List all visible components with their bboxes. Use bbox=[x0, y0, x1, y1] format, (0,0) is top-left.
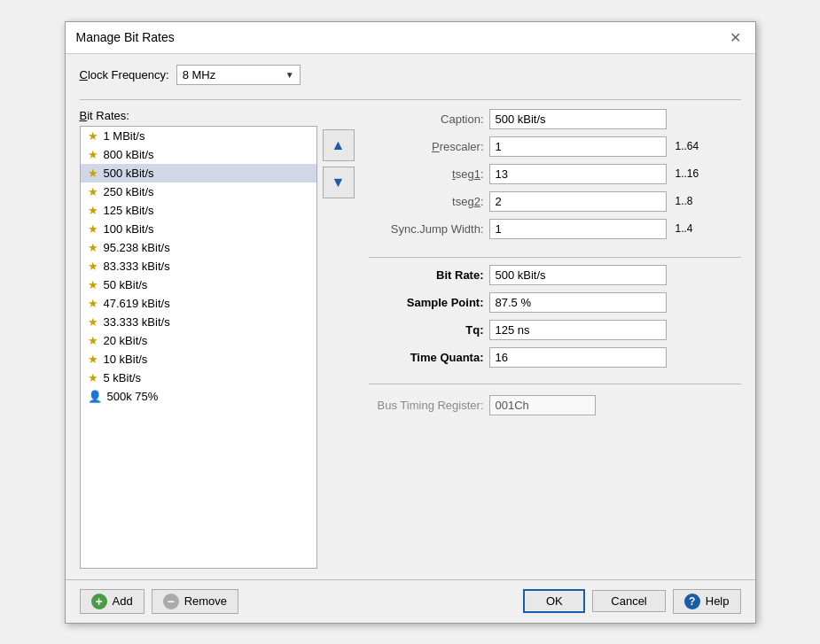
tq-result-label: Tq: bbox=[369, 323, 484, 337]
chevron-down-icon: ▼ bbox=[285, 70, 294, 80]
list-item[interactable]: ★47.619 kBit/s bbox=[81, 294, 316, 313]
clock-frequency-dropdown[interactable]: 8 MHz ▼ bbox=[176, 65, 301, 85]
prescaler-label: Prescaler: bbox=[369, 140, 484, 153]
close-button[interactable]: ✕ bbox=[726, 29, 745, 46]
list-item[interactable]: ★10 kBit/s bbox=[81, 350, 316, 369]
bottom-buttons: + Add − Remove OK Cancel ? Help bbox=[66, 579, 755, 623]
star-icon: ★ bbox=[88, 315, 98, 329]
help-button[interactable]: ? Help bbox=[673, 589, 741, 614]
tseg1-input[interactable] bbox=[489, 164, 667, 184]
sync-jump-range: 1..4 bbox=[676, 222, 693, 235]
caption-input[interactable] bbox=[489, 109, 667, 129]
list-item[interactable]: ★5 kBit/s bbox=[81, 369, 316, 387]
list-item[interactable]: ★83.333 kBit/s bbox=[81, 257, 316, 275]
prescaler-input[interactable] bbox=[489, 136, 667, 157]
list-and-arrows: ★1 MBit/s★800 kBit/s★500 kBit/s★250 kBit… bbox=[80, 126, 355, 569]
tq-result-input bbox=[489, 320, 667, 340]
star-icon: ★ bbox=[88, 222, 98, 236]
list-item-label: 800 kBit/s bbox=[104, 148, 154, 161]
btr-label: Bus Timing Register: bbox=[369, 399, 484, 412]
star-icon: ★ bbox=[88, 148, 98, 161]
list-item-label: 100 kBit/s bbox=[104, 222, 154, 236]
bit-rate-result-label: Bit Rate: bbox=[369, 268, 484, 282]
star-icon: ★ bbox=[88, 297, 98, 310]
list-item-label: 20 kBit/s bbox=[104, 334, 148, 347]
caption-label: Caption: bbox=[369, 113, 484, 126]
bit-rate-result-row: Bit Rate: bbox=[369, 265, 741, 285]
sample-point-result-input bbox=[489, 292, 667, 313]
add-icon: + bbox=[91, 594, 107, 609]
star-icon: ★ bbox=[88, 371, 98, 384]
star-icon: ★ bbox=[88, 353, 98, 366]
list-item[interactable]: ★100 kBit/s bbox=[81, 220, 316, 238]
right-panel: Caption: Prescaler: 1..64 tseg1: 1..16 bbox=[369, 109, 741, 569]
move-up-button[interactable]: ▲ bbox=[323, 129, 355, 161]
prescaler-row: Prescaler: 1..64 bbox=[369, 136, 741, 157]
prescaler-range: 1..64 bbox=[676, 140, 699, 152]
list-item[interactable]: ★125 kBit/s bbox=[81, 201, 316, 220]
list-item[interactable]: ★20 kBit/s bbox=[81, 331, 316, 350]
list-item[interactable]: ★500 kBit/s bbox=[81, 164, 316, 182]
ok-button[interactable]: OK bbox=[523, 589, 585, 613]
tseg1-range: 1..16 bbox=[676, 167, 699, 180]
list-item[interactable]: ★800 kBit/s bbox=[81, 145, 316, 164]
list-item-label: 50 kBit/s bbox=[104, 278, 148, 291]
right-action-buttons: OK Cancel ? Help bbox=[523, 589, 740, 614]
caption-row: Caption: bbox=[369, 109, 741, 129]
list-item-label: 250 kBit/s bbox=[104, 185, 154, 198]
sync-jump-label: Sync.Jump Width: bbox=[369, 222, 484, 236]
tseg1-row: tseg1: 1..16 bbox=[369, 164, 741, 184]
list-item-label: 95.238 kBit/s bbox=[104, 241, 170, 254]
lower-separator bbox=[369, 384, 741, 384]
clock-frequency-label: Clock Frequency: bbox=[80, 68, 169, 81]
help-icon: ? bbox=[684, 594, 700, 609]
list-item-label: 500 kBit/s bbox=[104, 167, 154, 180]
main-content: Bit Rates: ★1 MBit/s★800 kBit/s★500 kBit… bbox=[80, 109, 741, 569]
tseg2-input[interactable] bbox=[489, 191, 667, 212]
star-icon: ★ bbox=[88, 129, 98, 143]
tseg1-label: tseg1: bbox=[369, 167, 484, 181]
list-item-label: 500k 75% bbox=[107, 390, 159, 403]
add-button[interactable]: + Add bbox=[80, 589, 144, 614]
results-section: Bit Rate: Sample Point: Tq: Time Quanta: bbox=[369, 265, 741, 376]
bit-rates-label: Bit Rates: bbox=[80, 109, 355, 122]
remove-button[interactable]: − Remove bbox=[152, 589, 238, 614]
list-item-label: 5 kBit/s bbox=[104, 371, 142, 384]
remove-button-label: Remove bbox=[184, 594, 227, 608]
list-item[interactable]: ★95.238 kBit/s bbox=[81, 238, 316, 257]
dialog-body: Clock Frequency: 8 MHz ▼ Bit Rates: ★1 M… bbox=[66, 54, 755, 579]
btr-row: Bus Timing Register: bbox=[369, 395, 741, 415]
move-down-button[interactable]: ▼ bbox=[323, 167, 355, 198]
bit-rates-list[interactable]: ★1 MBit/s★800 kBit/s★500 kBit/s★250 kBit… bbox=[80, 126, 317, 569]
title-bar: Manage Bit Rates ✕ bbox=[66, 22, 755, 54]
sample-point-result-label: Sample Point: bbox=[369, 296, 484, 309]
list-item[interactable]: ★50 kBit/s bbox=[81, 275, 316, 294]
list-item[interactable]: 👤500k 75% bbox=[81, 387, 316, 406]
list-item[interactable]: ★33.333 kBit/s bbox=[81, 313, 316, 331]
dialog-title: Manage Bit Rates bbox=[76, 30, 175, 44]
list-item-label: 10 kBit/s bbox=[104, 353, 148, 366]
bit-rate-result-input bbox=[489, 265, 667, 285]
list-item[interactable]: ★250 kBit/s bbox=[81, 182, 316, 201]
star-icon: ★ bbox=[88, 204, 98, 217]
left-panel: Bit Rates: ★1 MBit/s★800 kBit/s★500 kBit… bbox=[80, 109, 355, 569]
list-item[interactable]: ★1 MBit/s bbox=[81, 127, 316, 145]
star-icon: ★ bbox=[88, 167, 98, 180]
list-item-label: 47.619 kBit/s bbox=[104, 297, 170, 310]
form-section: Caption: Prescaler: 1..64 tseg1: 1..16 bbox=[369, 109, 741, 250]
cancel-button[interactable]: Cancel bbox=[592, 590, 665, 612]
sample-point-result-row: Sample Point: bbox=[369, 292, 741, 313]
clock-frequency-value: 8 MHz bbox=[183, 68, 216, 81]
tseg2-range: 1..8 bbox=[676, 195, 693, 207]
list-item-label: 125 kBit/s bbox=[104, 204, 154, 217]
list-item-label: 83.333 kBit/s bbox=[104, 260, 170, 273]
manage-bit-rates-dialog: Manage Bit Rates ✕ Clock Frequency: 8 MH… bbox=[65, 21, 756, 624]
btr-input bbox=[489, 395, 596, 415]
list-item-label: 1 MBit/s bbox=[104, 129, 145, 143]
tseg2-label: tseg2: bbox=[369, 195, 484, 208]
time-quanta-result-input bbox=[489, 347, 667, 368]
help-button-label: Help bbox=[706, 594, 730, 608]
sync-jump-input[interactable] bbox=[489, 219, 667, 239]
star-icon: ★ bbox=[88, 334, 98, 347]
top-separator bbox=[80, 99, 741, 100]
